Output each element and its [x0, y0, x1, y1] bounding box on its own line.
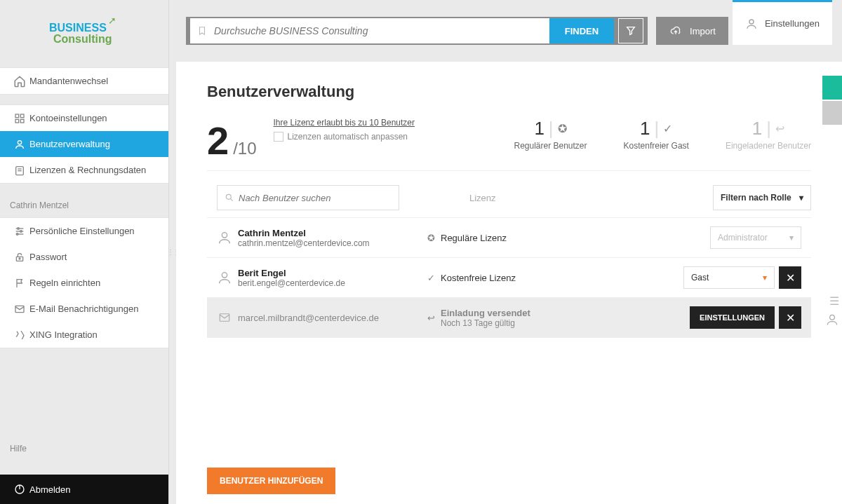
right-menu-icon[interactable]: ☰: [829, 294, 839, 308]
logo: ➚ BUSINESS Consulting: [0, 0, 168, 67]
sidebar-item-account-settings[interactable]: Kontoeinstellungen: [0, 105, 168, 131]
lock-icon: [10, 252, 29, 263]
sidebar-item-user-management[interactable]: Benutzerverwaltung: [0, 131, 168, 157]
chevron-down-icon: ▾: [799, 193, 803, 203]
svg-rect-2: [15, 119, 19, 123]
user-icon: [10, 139, 29, 150]
mail-icon: [217, 311, 238, 324]
sidebar-item-email-notifications[interactable]: E-Mail Benachrichtigungen: [0, 296, 168, 322]
search-input[interactable]: [214, 25, 542, 36]
bookmark-icon[interactable]: [197, 25, 207, 37]
delete-user-button[interactable]: ✕: [779, 306, 801, 329]
stat-guest: 1|✓ Kostenfreier Gast: [624, 118, 689, 151]
search-box: [190, 18, 549, 43]
right-tab-2[interactable]: [822, 101, 842, 125]
user-name: Berit Engel: [238, 268, 427, 278]
logout-button[interactable]: Abmelden: [0, 475, 168, 504]
user-email: marcel.milbrandt@centerdevice.de: [238, 313, 427, 323]
page-title: Benutzerverwaltung: [207, 83, 811, 101]
sidebar-label: Passwort: [29, 252, 67, 262]
right-tabs: [822, 76, 842, 126]
sidebar-item-personal-settings[interactable]: Persönliche Einstellungen: [0, 218, 168, 244]
chevron-down-icon: ▾: [789, 233, 794, 243]
sidebar-resize-handle[interactable]: ⋮⋮: [169, 0, 176, 504]
sidebar-item-licenses-billing[interactable]: Lizenzen & Rechnungsdaten: [0, 157, 168, 183]
topbar: FINDEN Import Ei: [176, 0, 842, 62]
cloud-upload-icon: [669, 25, 683, 36]
filter-button[interactable]: [618, 18, 643, 43]
sidebar-item-tenant-switch[interactable]: Mandantenwechsel: [0, 68, 168, 94]
sidebar-label: Mandantenwechsel: [29, 76, 108, 86]
delete-user-button[interactable]: ✕: [779, 266, 801, 289]
svg-point-4: [18, 140, 21, 144]
svg-point-15: [19, 258, 20, 259]
sidebar-label: XING Integration: [29, 329, 98, 340]
svg-point-23: [222, 233, 227, 238]
auto-adjust-label: Lizenzen automatisch anpassen: [288, 132, 408, 142]
license-summary: 2 /10 Ihre Lizenz erlaubt bis zu 10 Benu…: [207, 118, 811, 171]
svg-line-22: [230, 198, 232, 200]
stat-regular-num: 1: [534, 118, 544, 139]
filter-row: Lizenz Filtern nach Rolle ▾: [207, 178, 811, 218]
user-row: Berit Engel berit.engel@centerdevice.de …: [207, 258, 811, 298]
svg-rect-1: [20, 114, 24, 118]
funnel-icon: [625, 25, 636, 36]
license-limit-text[interactable]: Ihre Lizenz erlaubt bis zu 10 Benutzer: [274, 118, 415, 128]
user-search-box: [217, 185, 399, 210]
stat-regular: 1|✪ Regulärer Benutzer: [514, 118, 587, 151]
user-icon: [217, 230, 238, 245]
check-icon: ✓: [427, 273, 435, 283]
user-role-label: Gast: [691, 273, 709, 282]
svg-rect-3: [20, 119, 24, 123]
sidebar-item-password[interactable]: Passwort: [0, 244, 168, 270]
stat-guest-label: Kostenfreier Gast: [624, 141, 689, 151]
logo-line1: BUSINESS: [49, 22, 107, 34]
topbar-right: Import Einstellungen: [652, 17, 832, 45]
flag-icon: [10, 278, 29, 289]
svg-rect-25: [220, 314, 229, 322]
main: FINDEN Import Ei: [176, 0, 842, 504]
import-label: Import: [690, 26, 716, 36]
stat-regular-label: Regulärer Benutzer: [514, 141, 587, 151]
sidebar-help[interactable]: Hilfe: [0, 431, 168, 475]
search-zone: FINDEN: [186, 17, 648, 45]
find-button[interactable]: FINDEN: [549, 18, 614, 43]
user-role-dropdown[interactable]: Administrator ▾: [710, 226, 801, 249]
badge-icon: ✪: [427, 233, 435, 243]
sidebar-item-xing[interactable]: XING Integration: [0, 322, 168, 348]
right-avatar-icon[interactable]: [825, 313, 839, 327]
user-settings-button[interactable]: EINSTELLUNGEN: [690, 306, 775, 329]
right-tab-1[interactable]: [822, 76, 842, 100]
sidebar-label: Kontoeinstellungen: [29, 113, 107, 123]
sidebar: ➚ BUSINESS Consulting Mandantenwechsel K…: [0, 0, 169, 504]
svg-point-26: [830, 315, 835, 320]
import-button[interactable]: Import: [656, 17, 728, 45]
user-role-dropdown[interactable]: Gast ▾: [683, 266, 775, 289]
sidebar-label: Lizenzen & Rechnungsdaten: [29, 165, 146, 175]
logout-label: Abmelden: [29, 484, 71, 495]
close-icon: ✕: [786, 271, 795, 285]
sidebar-label: Regeln einrichten: [29, 278, 100, 288]
sidebar-label: E-Mail Benachrichtigungen: [29, 304, 138, 314]
user-search-input[interactable]: [239, 193, 392, 203]
user-name: Cathrin Mentzel: [238, 228, 427, 238]
auto-adjust-checkbox[interactable]: Lizenzen automatisch anpassen: [274, 132, 415, 142]
add-user-button[interactable]: BENUTZER HINZUFÜGEN: [207, 468, 335, 494]
license-column-header: Lizenz: [469, 193, 496, 203]
card-icon: [10, 165, 29, 176]
license-count: 2 /10: [207, 118, 257, 163]
settings-tab[interactable]: Einstellungen: [733, 0, 832, 45]
stat-invited-label: Eingeladener Benutzer: [726, 141, 811, 151]
search-icon: [225, 193, 234, 203]
user-icon: [745, 18, 758, 30]
sidebar-item-rules[interactable]: Regeln einrichten: [0, 270, 168, 296]
grid-icon: [10, 113, 29, 124]
sidebar-user-header: Cathrin Mentzel: [0, 193, 168, 217]
content: Benutzerverwaltung 2 /10 Ihre Lizenz erl…: [176, 62, 842, 504]
sidebar-label: Persönliche Einstellungen: [29, 226, 135, 236]
role-filter-label: Filtern nach Rolle: [721, 193, 791, 203]
xing-icon: [10, 329, 29, 341]
role-filter-dropdown[interactable]: Filtern nach Rolle ▾: [713, 185, 811, 210]
check-icon: ✓: [663, 122, 672, 135]
close-icon: ✕: [786, 311, 795, 325]
